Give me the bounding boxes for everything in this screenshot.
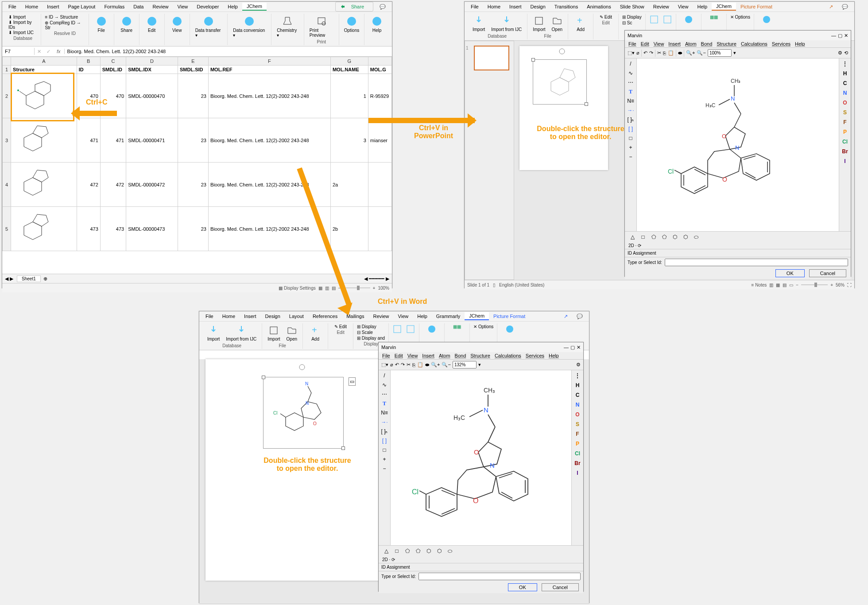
rotate-handle-icon[interactable] [298, 364, 307, 371]
lasso-icon-w[interactable]: ⬬ [425, 362, 429, 368]
ppt-import-ijc[interactable]: Import from IJC [489, 15, 523, 33]
el-c-w[interactable]: C [574, 392, 581, 399]
mw-bond[interactable]: Bond [455, 353, 466, 358]
cell-b5[interactable]: 473 [77, 207, 100, 251]
ring-misc-w[interactable]: ⬭ [446, 547, 454, 555]
redo-icon[interactable]: ↷ [649, 50, 653, 56]
ppt-add[interactable]: +Add [574, 15, 588, 33]
ppt-ico1[interactable] [649, 15, 659, 25]
min-icon-w[interactable]: — [564, 345, 569, 350]
cell-c1[interactable]: SMDL.ID [100, 66, 126, 74]
el-o-w[interactable]: O [574, 411, 581, 418]
ok-button[interactable]: OK [775, 269, 805, 277]
col-b[interactable]: B [77, 57, 100, 66]
ppt-jchem[interactable]: JChem [712, 3, 736, 11]
w-importf[interactable]: Import [266, 324, 282, 342]
cell-e3[interactable]: 23 [178, 118, 208, 163]
structure-selection-word[interactable]: Cl O N N ▭ [263, 377, 344, 449]
import-ijc-button[interactable]: ⬇ Import IJC [8, 30, 34, 35]
cell-c4[interactable]: 472 [100, 163, 126, 207]
m-calc[interactable]: Calculations [741, 41, 767, 47]
bond-icon-w[interactable]: / [380, 372, 388, 379]
el-h-w[interactable]: H [574, 382, 581, 389]
w-share-icon[interactable]: ↗ [559, 313, 572, 320]
eraser-icon[interactable]: ⌀ [636, 50, 639, 56]
copy-icon[interactable]: ⎘ [663, 50, 666, 56]
ppt-scale[interactable]: ⊟ Sc [622, 20, 642, 25]
rotate-handle-icon[interactable] [558, 48, 567, 55]
ring-5b[interactable]: ⬠ [660, 233, 668, 240]
ppt-open[interactable]: Open [550, 15, 564, 33]
w-grammarly[interactable]: Grammarly [432, 313, 465, 320]
row-5[interactable]: 5 [3, 207, 11, 251]
cut-icon[interactable]: ✂ [657, 50, 661, 56]
plus-charge-icon-w[interactable]: + [380, 456, 388, 463]
w-open[interactable]: Open [285, 324, 299, 342]
cell-g5[interactable]: 2b [330, 207, 368, 251]
ok-button-w[interactable]: OK [508, 583, 537, 591]
w-gear[interactable] [427, 324, 437, 335]
row-4[interactable]: 4 [3, 163, 11, 207]
zoomin-icon[interactable]: 🔍+ [686, 50, 695, 56]
mw-edit[interactable]: Edit [395, 353, 403, 358]
rbn-chemistry[interactable]: Chemistry ▾ [275, 15, 300, 39]
rbn-view[interactable]: View [170, 15, 185, 34]
row-1[interactable]: 1 [3, 66, 11, 74]
ppt-edit[interactable]: ✎ Edit [600, 15, 612, 19]
w-home[interactable]: Home [218, 313, 240, 320]
w-add[interactable]: +Add [308, 324, 322, 342]
mw-services[interactable]: Services [526, 353, 544, 358]
import-button[interactable]: ⬇ Import [8, 15, 26, 19]
rbn-data-transfer[interactable]: Data transfer ▾ [194, 15, 224, 39]
settings-icon-w[interactable]: ⚙ [576, 362, 581, 368]
w-import[interactable]: Import [205, 324, 221, 342]
ring-misc[interactable]: ⬭ [692, 233, 700, 240]
cell-g4[interactable]: 2a [330, 163, 368, 207]
mw-calc[interactable]: Calculations [495, 353, 521, 358]
sheet-tab-1[interactable]: Sheet1 [17, 275, 41, 282]
ppt-help[interactable]: Help [693, 3, 712, 10]
dots-icon[interactable]: ⋯ [627, 79, 635, 86]
w-jchem[interactable]: JChem [465, 312, 489, 320]
col-g[interactable]: G [330, 57, 368, 66]
min-icon[interactable]: — [831, 33, 836, 39]
col-e[interactable]: E [178, 57, 208, 66]
rbn-share[interactable]: Share [119, 15, 134, 34]
w-insert[interactable]: Insert [240, 313, 261, 320]
ppt-zoom[interactable]: 56% [836, 283, 845, 287]
w-grid-ico[interactable]: ▦▦ [453, 324, 461, 329]
rbn-data-conv[interactable]: Data conversion ▾ [231, 15, 267, 39]
rbn-edit[interactable]: Edit [144, 15, 159, 34]
menu-formulas[interactable]: Formulas [100, 3, 129, 10]
cell-b4[interactable]: 472 [77, 163, 100, 207]
cell-a4-structure[interactable] [11, 163, 77, 207]
w-display-and[interactable]: ⊞ Display and [357, 336, 385, 341]
row-2[interactable]: 2 [3, 74, 11, 118]
m-bond[interactable]: Bond [701, 41, 713, 47]
ring-3[interactable]: △ [628, 233, 636, 240]
id-input-w[interactable] [418, 573, 581, 580]
w-references[interactable]: References [308, 313, 342, 320]
ppt-notes-button[interactable]: ≡ Notes [752, 283, 767, 287]
el-s[interactable]: S [841, 109, 849, 116]
menu-file[interactable]: File [4, 3, 21, 10]
menu-jchem[interactable]: JChem [242, 3, 267, 11]
n-icon-w[interactable]: N≡ [380, 409, 388, 416]
ppt-view3-icon[interactable]: ▤ [783, 283, 787, 287]
cell-d2[interactable]: SMDL-00000470 [126, 74, 178, 118]
slide-thumb-1[interactable] [474, 46, 509, 70]
ring-4-w[interactable]: □ [393, 547, 401, 555]
ppt-home[interactable]: Home [483, 3, 505, 10]
rbn-help[interactable]: Help [369, 15, 384, 34]
cell-g2[interactable]: 1 [330, 74, 368, 118]
selector-icon[interactable]: ⬚▾ [628, 50, 635, 56]
ppt-comments-icon[interactable]: 💬 [837, 3, 852, 11]
ppt-view2-icon[interactable]: ▦ [776, 283, 780, 287]
ppt-animations[interactable]: Animations [582, 3, 615, 10]
w-ico1[interactable] [392, 324, 402, 335]
ppt-picformat[interactable]: Picture Format [736, 3, 777, 10]
paste-icon[interactable]: 📋 [668, 50, 674, 56]
display-settings-button[interactable]: ▦ Display Settings [279, 286, 315, 291]
ppt-ico2[interactable] [663, 15, 672, 25]
marvin-2d-w[interactable]: 2D · ⟳ [379, 556, 583, 563]
